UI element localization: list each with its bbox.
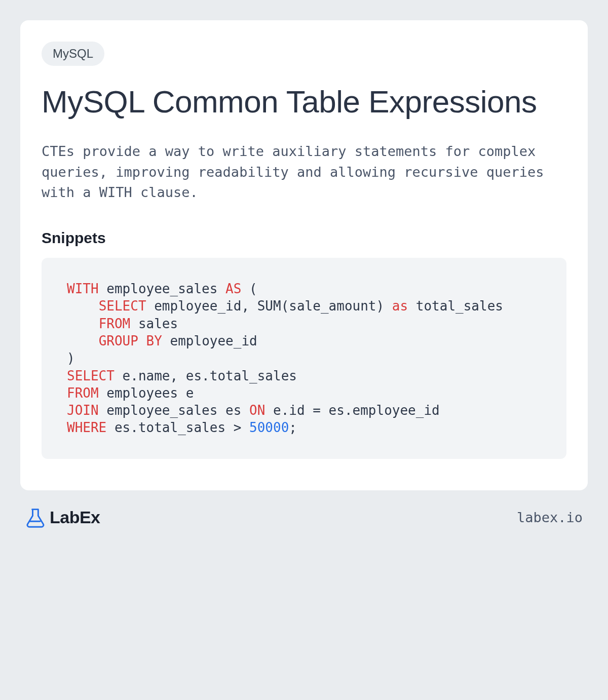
code-snippet: WITH employee_sales AS ( SELECT employee… <box>42 258 566 459</box>
page-title: MySQL Common Table Expressions <box>42 84 566 119</box>
flask-icon <box>25 508 45 528</box>
brand-logo: LabEx <box>25 508 100 528</box>
content-card: MySQL MySQL Common Table Expressions CTE… <box>20 20 588 490</box>
footer: LabEx labex.io <box>20 490 588 528</box>
brand-name: LabEx <box>50 508 100 527</box>
snippets-heading: Snippets <box>42 229 566 247</box>
site-url: labex.io <box>517 510 583 525</box>
description-text: CTEs provide a way to write auxiliary st… <box>42 141 566 203</box>
category-tag: MySQL <box>42 42 104 66</box>
